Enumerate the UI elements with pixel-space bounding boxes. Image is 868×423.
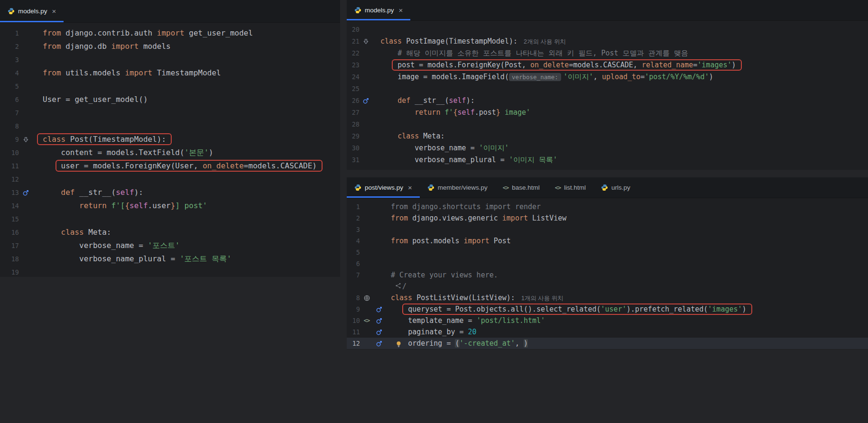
tab-models-py[interactable]: models.py× — [347, 0, 410, 20]
code-text[interactable]: from django.contrib.auth import get_user… — [43, 27, 253, 40]
code-text[interactable]: from utils.models import TimestampModel — [43, 66, 221, 80]
code-line: 20 — [347, 24, 868, 36]
code-text[interactable]: class Meta: — [43, 226, 111, 239]
close-tab-icon[interactable]: × — [399, 7, 403, 14]
intention-bulb-icon[interactable] — [395, 340, 402, 349]
gutter: 20 — [347, 24, 380, 36]
code-text[interactable]: verbose_name_plural = '이미지 목록' — [380, 154, 557, 166]
code-text[interactable]: queryset = Post.objects.all().select_rel… — [391, 303, 747, 315]
indent — [380, 108, 415, 117]
close-tab-icon[interactable]: × — [52, 8, 56, 15]
override-gutter-icon[interactable] — [373, 340, 385, 347]
code-line: 11 user = models.ForeignKey(User, on_del… — [0, 159, 340, 173]
line-number: 27 — [347, 107, 360, 119]
code-text[interactable]: def __str__(self): — [43, 186, 143, 199]
gutter: 3 — [0, 53, 43, 66]
code-text[interactable]: from django.views.generic import ListVie… — [391, 212, 566, 224]
code-text[interactable]: User = get_user_model() — [43, 93, 148, 106]
code-token: Post — [489, 237, 511, 245]
code-token: 'images' — [697, 61, 731, 69]
line-number: 6 — [347, 258, 360, 269]
line-number: 17 — [0, 239, 19, 252]
code-text[interactable]: from django.db import models — [43, 40, 171, 53]
code-token: return — [415, 108, 440, 117]
code-text[interactable]: return f'[{self.user}] post' — [43, 199, 207, 212]
code-text[interactable]: from django.shortcuts import render — [391, 201, 541, 212]
code-editor[interactable]: 1from django.shortcuts import render2fro… — [347, 198, 868, 349]
code-text[interactable]: verbose_name = '포스트' — [43, 239, 180, 252]
html-gutter-icon[interactable]: <> — [361, 315, 372, 326]
code-text[interactable]: def __str__(self): — [380, 95, 475, 107]
code-text[interactable]: ordering = ('-created_at', ) — [391, 338, 528, 349]
code-text[interactable]: return f'{self.post} image' — [380, 107, 530, 119]
gutter: 17 — [0, 239, 43, 252]
code-text[interactable]: post = models.ForeignKey(Post, on_delete… — [380, 59, 736, 71]
code-token: PostImage(TimestampModel): — [402, 37, 517, 46]
override-gutter-icon[interactable] — [361, 97, 370, 104]
code-line: 7 — [0, 106, 340, 120]
code-editor[interactable]: 1from django.contrib.auth import get_use… — [0, 23, 340, 277]
tab-label: base.html — [512, 184, 540, 191]
gutter: 6 — [0, 93, 43, 106]
code-token: from — [43, 68, 61, 77]
gutter: 26 — [347, 95, 380, 107]
code-token: 'post/list.html' — [477, 316, 545, 325]
code-line: 3 — [347, 224, 868, 235]
code-text[interactable]: # Create your views here. — [391, 269, 498, 281]
override-gutter-icon[interactable] — [21, 189, 30, 196]
code-token: Post(TimestampModel): — [65, 135, 166, 144]
code-text[interactable]: image = models.ImageField(verbose_name:'… — [380, 71, 713, 83]
override-gutter-icon[interactable] — [373, 306, 385, 313]
editor-panel-models-py-postimage: models.py× 2021class PostImage(Timestamp… — [347, 0, 868, 170]
code-token: { — [125, 201, 129, 210]
indent — [391, 305, 408, 313]
subclass-gutter-icon[interactable] — [361, 38, 370, 45]
code-token: , — [593, 73, 602, 81]
tab-models-py[interactable]: models.py× — [0, 0, 64, 22]
code-text[interactable]: class Meta: — [380, 130, 444, 142]
gutter: 11 — [347, 326, 391, 338]
line-number: 6 — [0, 93, 19, 106]
subclass-gutter-icon[interactable] — [21, 136, 30, 143]
code-token: ) — [742, 305, 747, 313]
code-text[interactable]: verbose_name_plural = '포스트 목록' — [43, 252, 231, 266]
close-tab-icon[interactable]: × — [408, 184, 412, 191]
tab-post-views-py[interactable]: post/views.py× — [347, 177, 420, 198]
line-number: 3 — [0, 53, 19, 66]
indent — [391, 328, 408, 336]
line-number: 15 — [0, 212, 19, 226]
override-gutter-icon[interactable] — [373, 317, 385, 324]
code-token: TimestampModel — [152, 68, 221, 77]
code-editor[interactable]: 2021class PostImage(TimestampModel):2개의 … — [347, 21, 868, 166]
gutter: 15 — [0, 212, 43, 226]
code-token: =models.CASCADE, — [569, 61, 642, 69]
line-number: 23 — [347, 59, 360, 71]
code-token: self — [116, 188, 134, 197]
gutter: 24 — [347, 71, 380, 83]
html-file-icon: <> — [555, 184, 561, 191]
line-number: 4 — [0, 66, 19, 80]
code-text[interactable]: content = models.TextField('본문') — [43, 146, 213, 159]
code-text[interactable]: from post.models import Post — [391, 235, 511, 247]
line-number: 29 — [347, 130, 360, 142]
override-gutter-icon[interactable] — [373, 329, 385, 336]
related-symbols-icon[interactable] — [395, 283, 401, 289]
tab-urls-py[interactable]: urls.py — [593, 177, 638, 198]
code-text[interactable]: paginate_by = 20 — [391, 326, 477, 338]
code-text[interactable]: template_name = 'post/list.html' — [391, 315, 545, 326]
annotation-highlight-box: post = models.ForeignKey(Post, on_delete… — [397, 61, 736, 69]
globe-gutter-icon[interactable] — [361, 294, 372, 302]
code-text[interactable]: # 해당 이미지를 소유한 포스트를 나타내는 외래 키 필드, Post 모델… — [380, 47, 688, 59]
tab-member-views-py[interactable]: member/views.py — [420, 177, 495, 198]
line-number: 7 — [0, 106, 19, 120]
tab-list-html[interactable]: <>list.html — [547, 177, 593, 198]
tab-base-html[interactable]: <>base.html — [495, 177, 547, 198]
code-text[interactable]: class PostListView(ListView):1개의 사용 위치 — [391, 292, 563, 303]
code-text[interactable]: class PostImage(TimestampModel):2개의 사용 위… — [380, 36, 566, 47]
code-text[interactable]: class Post(TimestampModel): — [43, 133, 166, 146]
code-text[interactable]: / — [391, 281, 406, 292]
indent — [380, 49, 397, 57]
code-text[interactable]: user = models.ForeignKey(User, on_delete… — [43, 159, 317, 173]
code-token: '포스트' — [148, 241, 180, 250]
code-text[interactable]: verbose_name = '이미지' — [380, 142, 509, 154]
